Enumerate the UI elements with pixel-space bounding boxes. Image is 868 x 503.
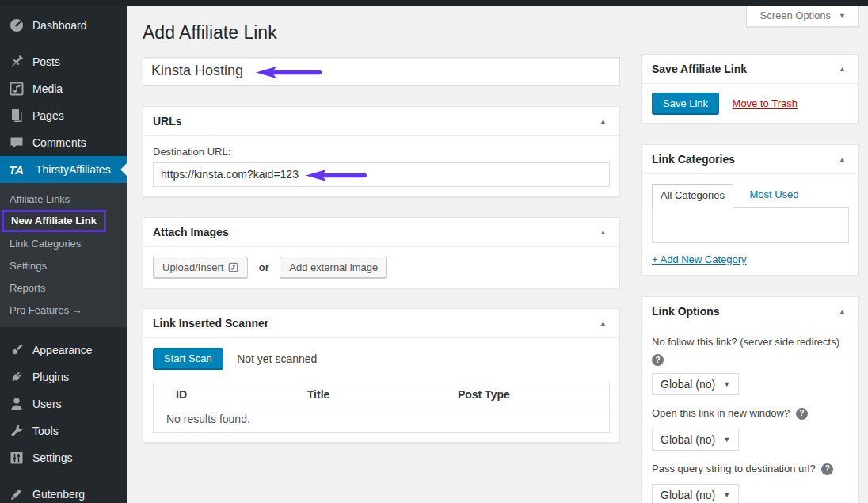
wrench-icon [9, 423, 25, 439]
media-icon [9, 81, 25, 97]
user-icon [9, 396, 25, 412]
link-categories-body: All Categories Most Used + Add New Categ… [642, 174, 858, 275]
chevron-down-icon: ▼ [839, 12, 846, 20]
sidebar-item-media[interactable]: Media [0, 75, 127, 102]
link-options-title: Link Options [652, 305, 720, 318]
sidebar-item-plugins[interactable]: Plugins [0, 364, 127, 391]
link-categories-header: Link Categories ▲ [642, 145, 858, 174]
collapse-icon[interactable]: ▲ [596, 227, 610, 238]
help-icon[interactable]: ? [796, 408, 808, 420]
destination-url-label: Destination URL: [153, 146, 610, 158]
chevron-down-icon: ▼ [723, 380, 730, 388]
submenu-item-pro-features[interactable]: Pro Features → [0, 299, 127, 321]
sidebar-item-tools[interactable]: Tools [0, 417, 127, 444]
collapse-icon[interactable]: ▲ [596, 318, 610, 329]
sidebar-item-label: ThirstyAffiliates [36, 163, 111, 176]
new-window-select[interactable]: Global (no) ▼ [652, 429, 739, 451]
query-string-label: Pass query string to destination url? [652, 463, 816, 474]
link-options-panel: Link Options ▲ No follow this link? (ser… [641, 296, 859, 503]
tab-all-categories[interactable]: All Categories [652, 184, 733, 208]
category-list-box[interactable] [652, 207, 849, 243]
chevron-down-icon: ▼ [723, 491, 730, 499]
sidebar-item-label: Tools [32, 425, 59, 437]
start-scan-button[interactable]: Start Scan [153, 348, 223, 369]
pencil-icon [9, 486, 25, 502]
collapse-icon[interactable]: ▲ [836, 63, 849, 74]
table-row: No results found. [154, 406, 610, 432]
submenu-item-affiliate-links[interactable]: Affiliate Links [0, 188, 127, 210]
query-string-select[interactable]: Global (no) ▼ [652, 484, 739, 503]
urls-panel-header: URLs ▲ [143, 107, 619, 136]
sidebar-item-thirstyaffiliates[interactable]: TA ThirstyAffiliates [0, 156, 127, 183]
pushpin-icon [9, 54, 25, 70]
add-external-image-button[interactable]: Add external image [280, 257, 387, 278]
sidebar-item-label: Users [32, 398, 62, 410]
sidebar-item-label: Plugins [32, 371, 69, 383]
dashboard-icon [9, 17, 25, 33]
tab-most-used[interactable]: Most Used [749, 189, 798, 200]
attach-images-body: Upload/Insert or Add external image [143, 247, 619, 288]
nofollow-label: No follow this link? (server side redire… [652, 335, 849, 350]
page-title: Add Affiliate Link [143, 21, 620, 45]
attach-images-panel: Attach Images ▲ Upload/Insert or Add ext… [143, 217, 620, 288]
sidebar-item-label: Comments [32, 136, 86, 149]
add-new-category-link[interactable]: + Add New Category [652, 253, 747, 265]
sliders-icon [9, 450, 25, 466]
media-icon [228, 262, 238, 272]
empty-results-text: No results found. [154, 406, 610, 432]
thirstyaffiliates-logo: TA [9, 163, 28, 177]
new-window-field: Open this link in new window? ? Global (… [652, 406, 849, 451]
upload-insert-button[interactable]: Upload/Insert [153, 257, 248, 278]
scan-results-table: ID Title Post Type No results found. [153, 383, 610, 433]
sidebar-item-label: Dashboard [32, 19, 87, 32]
attach-images-header: Attach Images ▲ [143, 218, 619, 247]
screen-options-button[interactable]: Screen Options ▼ [746, 6, 859, 27]
urls-panel-title: URLs [153, 115, 182, 128]
nofollow-select[interactable]: Global (no) ▼ [652, 373, 739, 395]
admin-sidebar: Dashboard Posts Media Pages Comments TA … [0, 0, 127, 503]
or-label: or [259, 261, 269, 273]
sidebar-item-label: Gutenberg [32, 488, 85, 501]
save-panel-title: Save Affiliate Link [652, 63, 747, 75]
sidebar-item-users[interactable]: Users [0, 391, 127, 417]
save-panel: Save Affiliate Link ▲ Save Link Move to … [641, 54, 859, 124]
urls-panel: URLs ▲ Destination URL: [143, 106, 620, 197]
help-icon[interactable]: ? [821, 463, 833, 475]
collapse-icon[interactable]: ▲ [836, 306, 849, 317]
collapse-icon[interactable]: ▲ [596, 116, 610, 127]
active-menu-arrow [120, 163, 127, 176]
menu-separator [0, 39, 127, 48]
help-icon[interactable]: ? [652, 354, 664, 366]
sidebar-item-settings[interactable]: Settings [0, 444, 127, 471]
destination-url-input[interactable] [153, 162, 610, 187]
sidebar-item-label: Settings [32, 452, 73, 464]
submenu-item-link-categories[interactable]: Link Categories [0, 232, 127, 254]
title-input-wrap [143, 57, 620, 86]
admin-top-bar [0, 0, 868, 6]
link-title-input[interactable] [143, 57, 620, 86]
sidebar-item-appearance[interactable]: Appearance [0, 337, 127, 364]
submenu-item-new-affiliate-link[interactable]: New Affiliate Link [0, 210, 127, 232]
collapse-icon[interactable]: ▲ [836, 154, 849, 165]
sidebar-item-comments[interactable]: Comments [0, 129, 127, 156]
save-link-button[interactable]: Save Link [652, 93, 719, 114]
paintbrush-icon [9, 342, 25, 358]
menu-separator [0, 471, 127, 481]
submenu-item-settings[interactable]: Settings [0, 254, 127, 276]
menu-separator [0, 327, 127, 337]
sidebar-item-posts[interactable]: Posts [0, 48, 127, 75]
chevron-down-icon: ▼ [723, 436, 730, 444]
sidebar-item-dashboard[interactable]: Dashboard [0, 12, 127, 39]
destination-url-wrap [153, 162, 610, 187]
pages-icon [9, 108, 25, 124]
sidebar-item-label: Appearance [32, 344, 93, 356]
submenu-item-reports[interactable]: Reports [0, 276, 127, 299]
sidebar-item-label: Pages [32, 109, 64, 122]
column-header-id: ID [154, 383, 299, 406]
sidebar-item-gutenberg[interactable]: Gutenberg [0, 481, 127, 503]
sidebar-item-pages[interactable]: Pages [0, 102, 127, 129]
move-to-trash-link[interactable]: Move to Trash [733, 97, 798, 109]
query-string-field: Pass query string to destination url? ? … [652, 462, 849, 503]
scan-status-text: Not yet scanned [237, 352, 317, 365]
save-panel-header: Save Affiliate Link ▲ [642, 55, 858, 84]
